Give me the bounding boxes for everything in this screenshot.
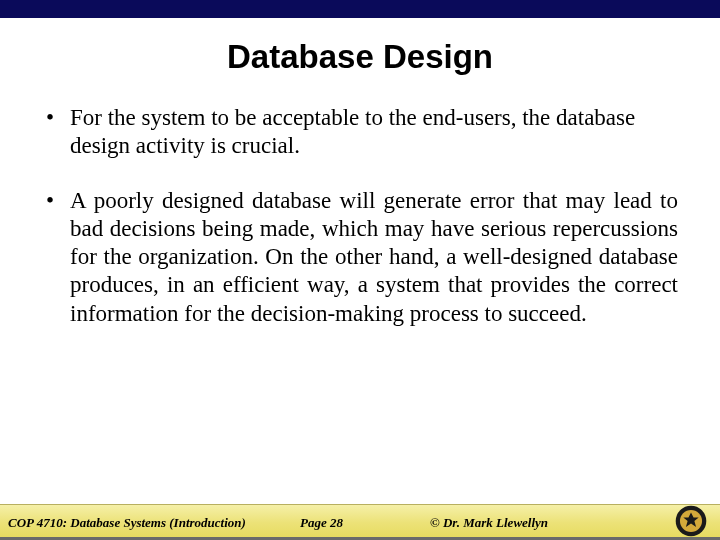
bullet-text: For the system to be acceptable to the e… bbox=[70, 105, 635, 158]
slide-footer: COP 4710: Database Systems (Introduction… bbox=[0, 504, 720, 540]
bullet-item: A poorly designed database will generate… bbox=[42, 187, 678, 328]
ucf-logo-icon bbox=[674, 504, 708, 538]
bullet-list: For the system to be acceptable to the e… bbox=[42, 104, 678, 328]
footer-page: Page 28 bbox=[300, 515, 430, 531]
bullet-text: A poorly designed database will generate… bbox=[70, 188, 678, 326]
top-accent-bar bbox=[0, 0, 720, 18]
footer-course: COP 4710: Database Systems (Introduction… bbox=[0, 515, 300, 531]
bullet-item: For the system to be acceptable to the e… bbox=[42, 104, 678, 161]
slide-content: For the system to be acceptable to the e… bbox=[0, 104, 720, 328]
footer-copyright: © Dr. Mark Llewellyn bbox=[430, 515, 630, 531]
slide-title: Database Design bbox=[0, 38, 720, 76]
